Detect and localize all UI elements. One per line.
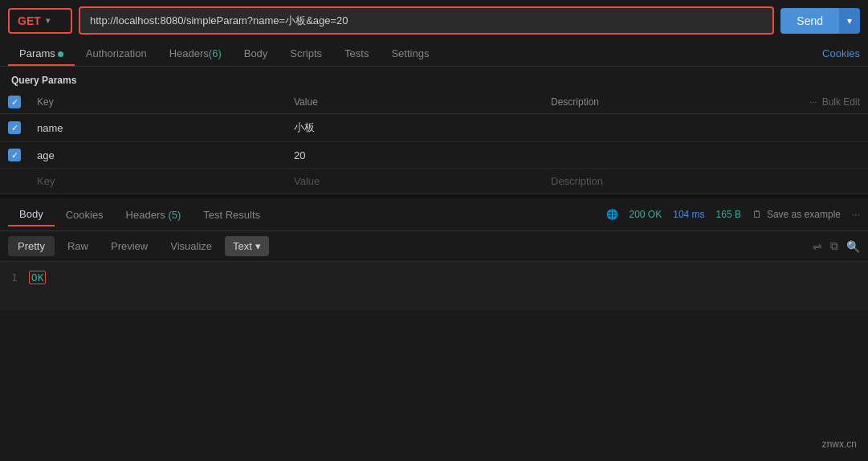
more-options-icon[interactable]: ···: [852, 209, 860, 220]
row3-checkbox-cell: [0, 169, 29, 194]
line-numbers: 1: [0, 270, 29, 302]
request-tab-bar: Params Authorization Headers(6) Body Scr…: [0, 41, 868, 67]
format-tab-raw[interactable]: Raw: [58, 236, 98, 256]
row2-checkbox[interactable]: ✓: [8, 149, 21, 161]
send-chevron-button[interactable]: ▾: [839, 8, 860, 34]
row1-value[interactable]: 小板: [286, 114, 543, 142]
row1-key[interactable]: name: [29, 114, 286, 142]
row1-checkbox-cell: ✓: [0, 114, 29, 142]
tab-tests[interactable]: Tests: [333, 41, 380, 66]
tab-headers[interactable]: Headers(6): [158, 41, 233, 66]
row1-bulk: [707, 114, 868, 142]
row3-description[interactable]: Description: [543, 169, 707, 194]
table-row: Key Value Description: [0, 169, 868, 194]
response-tab-body[interactable]: Body: [8, 203, 55, 226]
row2-key[interactable]: age: [29, 142, 286, 169]
th-key: Key: [29, 91, 286, 114]
method-dropdown[interactable]: GET ▾: [8, 8, 72, 34]
method-label: GET: [18, 14, 41, 27]
row1-checkbox[interactable]: ✓: [8, 121, 21, 134]
status-time-badge: 104 ms: [673, 209, 704, 220]
query-params-label: Query Params: [0, 67, 868, 91]
params-dot: [58, 51, 63, 57]
response-status-bar: 🌐 200 OK 104 ms 165 B 🗒 Save as example …: [606, 209, 861, 220]
table-row: ✓ name 小板: [0, 114, 868, 142]
ok-response-value: OK: [29, 271, 47, 284]
top-bar: GET ▾ Send ▾: [0, 0, 868, 41]
row2-value[interactable]: 20: [286, 142, 543, 169]
row3-key[interactable]: Key: [29, 169, 286, 194]
watermark: znwx.cn: [822, 439, 857, 450]
send-button[interactable]: Send: [780, 8, 839, 34]
row3-value[interactable]: Value: [286, 169, 543, 194]
response-tab-test-results[interactable]: Test Results: [192, 204, 271, 226]
th-value: Value: [286, 91, 543, 114]
th-description: Description: [543, 91, 707, 114]
bulk-dots-icon: ···: [809, 96, 817, 108]
status-ok-badge: 200 OK: [630, 209, 662, 220]
chevron-down-icon: ▾: [46, 16, 50, 25]
select-all-checkbox[interactable]: ✓: [8, 96, 21, 108]
save-icon: 🗒: [752, 209, 762, 220]
params-table: ✓ Key Value Description ···Bulk Edit ✓ n…: [0, 91, 868, 194]
table-row: ✓ age 20: [0, 142, 868, 169]
response-body: 1 OK: [0, 262, 868, 310]
save-as-example-button[interactable]: 🗒 Save as example: [752, 209, 841, 220]
row2-bulk: [707, 142, 868, 169]
row1-description[interactable]: [543, 114, 707, 142]
th-checkbox: ✓: [0, 91, 29, 114]
row2-checkbox-cell: ✓: [0, 142, 29, 169]
format-type-dropdown[interactable]: Text ▾: [225, 236, 269, 256]
cookies-link[interactable]: Cookies: [822, 47, 860, 59]
send-button-group: Send ▾: [780, 8, 860, 34]
wrap-lines-icon[interactable]: ⇌: [813, 240, 822, 253]
url-input[interactable]: [79, 6, 774, 35]
copy-icon[interactable]: ⧉: [830, 239, 838, 253]
format-bar: Pretty Raw Preview Visualize Text ▾ ⇌ ⧉ …: [0, 231, 868, 262]
chevron-down-icon: ▾: [255, 240, 261, 252]
response-content: OK: [29, 270, 47, 302]
status-size-badge: 165 B: [716, 209, 741, 220]
request-panel: Query Params ✓ Key Value Description ···…: [0, 67, 868, 194]
row2-description[interactable]: [543, 142, 707, 169]
search-icon[interactable]: 🔍: [846, 240, 860, 253]
tab-authorization[interactable]: Authorization: [75, 41, 158, 66]
format-tab-visualize[interactable]: Visualize: [161, 236, 222, 256]
tab-params[interactable]: Params: [8, 41, 75, 66]
format-icons: ⇌ ⧉ 🔍: [813, 239, 860, 253]
format-tab-preview[interactable]: Preview: [101, 236, 157, 256]
tab-body[interactable]: Body: [233, 41, 279, 66]
th-bulk-edit: ···Bulk Edit: [707, 91, 868, 114]
tab-scripts[interactable]: Scripts: [279, 41, 333, 66]
response-panel: Body Cookies Headers (5) Test Results 🌐 …: [0, 198, 868, 310]
response-tab-headers[interactable]: Headers (5): [115, 204, 193, 226]
format-tab-pretty[interactable]: Pretty: [8, 236, 55, 256]
response-tab-bar: Body Cookies Headers (5) Test Results 🌐 …: [0, 198, 868, 231]
globe-icon: 🌐: [606, 209, 618, 220]
row3-bulk: [707, 169, 868, 194]
tab-settings[interactable]: Settings: [380, 41, 440, 66]
response-tab-cookies[interactable]: Cookies: [55, 204, 115, 226]
